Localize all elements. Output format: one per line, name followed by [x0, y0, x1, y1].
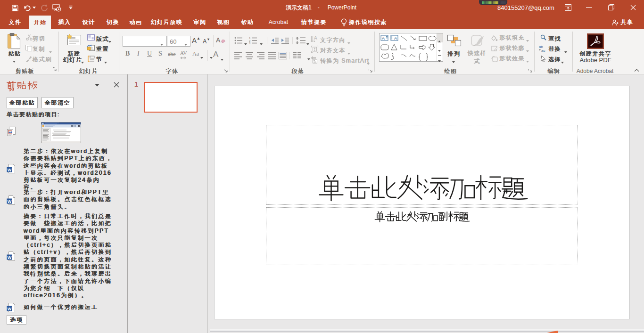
- svg-text:W: W: [8, 168, 12, 172]
- svg-text:3: 3: [249, 42, 251, 44]
- svg-text:A: A: [314, 35, 317, 41]
- svg-text:W: W: [8, 255, 12, 260]
- svg-text:A: A: [382, 36, 385, 41]
- svg-text:W: W: [8, 199, 12, 204]
- svg-text:W: W: [8, 307, 12, 311]
- svg-text:ac: ac: [541, 49, 545, 52]
- svg-text:A: A: [394, 36, 397, 41]
